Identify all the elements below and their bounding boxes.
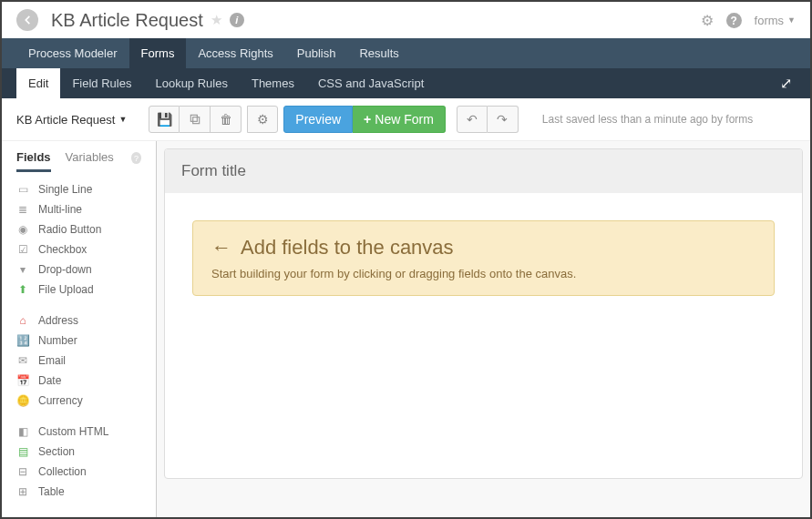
subnav-edit[interactable]: Edit bbox=[16, 68, 60, 98]
page-header: KB Article Request ★ i ⚙ ? forms▼ bbox=[2, 2, 810, 38]
help-icon[interactable]: ? bbox=[726, 12, 742, 29]
field-file-upload[interactable]: ⬆File Upload bbox=[2, 280, 156, 300]
save-button[interactable]: 💾 bbox=[149, 106, 180, 133]
expand-icon[interactable]: ⤢ bbox=[776, 75, 796, 92]
subnav-themes[interactable]: Themes bbox=[240, 68, 306, 98]
field-multi-line[interactable]: ≣Multi-line bbox=[2, 199, 156, 219]
field-collection[interactable]: ⊟Collection bbox=[2, 462, 156, 482]
field-currency[interactable]: 🪙Currency bbox=[2, 391, 156, 411]
user-menu[interactable]: forms▼ bbox=[755, 14, 796, 27]
field-single-line[interactable]: ▭Single Line bbox=[2, 179, 156, 199]
field-address[interactable]: ⌂Address bbox=[2, 310, 156, 331]
subnav-field-rules[interactable]: Field Rules bbox=[60, 68, 143, 98]
form-title[interactable]: Form title bbox=[165, 149, 802, 193]
nav-results[interactable]: Results bbox=[347, 38, 410, 68]
redo-button[interactable]: ↷ bbox=[488, 106, 519, 133]
toolbar: KB Article Request▼ 💾 🗑 ⚙ Preview +New F… bbox=[2, 98, 810, 141]
field-custom-html[interactable]: ◧Custom HTML bbox=[2, 422, 156, 442]
favorite-star-icon[interactable]: ★ bbox=[211, 12, 222, 28]
new-form-button[interactable]: +New Form bbox=[353, 106, 446, 133]
save-status: Last saved less than a minute ago by for… bbox=[542, 113, 753, 126]
settings-button[interactable]: ⚙ bbox=[247, 106, 278, 133]
delete-button[interactable]: 🗑 bbox=[211, 106, 242, 133]
form-selector-dropdown[interactable]: KB Article Request▼ bbox=[16, 113, 127, 127]
nav-process-modeler[interactable]: Process Modeler bbox=[16, 38, 129, 68]
field-palette: ▭Single Line ≣Multi-line ◉Radio Button ☑… bbox=[2, 172, 156, 517]
nav-publish[interactable]: Publish bbox=[285, 38, 348, 68]
nav-forms[interactable]: Forms bbox=[129, 38, 187, 68]
undo-button[interactable]: ↶ bbox=[457, 106, 488, 133]
field-email[interactable]: ✉Email bbox=[2, 351, 156, 371]
field-date[interactable]: 📅Date bbox=[2, 371, 156, 391]
nav-access-rights[interactable]: Access Rights bbox=[186, 38, 284, 68]
field-section[interactable]: ▤Section bbox=[2, 442, 156, 462]
subnav-lookup-rules[interactable]: Lookup Rules bbox=[143, 68, 240, 98]
field-checkbox[interactable]: ☑Checkbox bbox=[2, 239, 156, 260]
form-canvas[interactable]: Form title ←Add fields to the canvas Sta… bbox=[157, 141, 810, 517]
sidebar-tab-variables[interactable]: Variables bbox=[66, 150, 114, 172]
page-title: KB Article Request bbox=[51, 10, 203, 31]
empty-canvas-hint: ←Add fields to the canvas Start building… bbox=[192, 220, 775, 296]
primary-nav: Process Modeler Forms Access Rights Publ… bbox=[2, 38, 810, 68]
sidebar-tab-fields[interactable]: Fields bbox=[16, 150, 51, 172]
variables-help-icon[interactable]: ? bbox=[131, 152, 141, 164]
field-radio-button[interactable]: ◉Radio Button bbox=[2, 219, 156, 239]
secondary-nav: Edit Field Rules Lookup Rules Themes CSS… bbox=[2, 68, 810, 98]
svg-rect-1 bbox=[190, 115, 197, 121]
field-number[interactable]: 🔢Number bbox=[2, 331, 156, 351]
field-drop-down[interactable]: ▾Drop-down bbox=[2, 260, 156, 280]
back-button[interactable] bbox=[16, 9, 38, 31]
preview-button[interactable]: Preview bbox=[283, 106, 353, 133]
subnav-css-js[interactable]: CSS and JavaScript bbox=[306, 68, 436, 98]
info-icon[interactable]: i bbox=[230, 13, 244, 27]
settings-gear-icon[interactable]: ⚙ bbox=[701, 12, 714, 29]
field-table[interactable]: ⊞Table bbox=[2, 482, 156, 502]
svg-rect-0 bbox=[192, 117, 199, 124]
sidebar: Fields Variables ? ▭Single Line ≣Multi-l… bbox=[2, 141, 157, 517]
arrow-left-icon: ← bbox=[211, 236, 231, 260]
copy-button[interactable] bbox=[180, 106, 211, 133]
